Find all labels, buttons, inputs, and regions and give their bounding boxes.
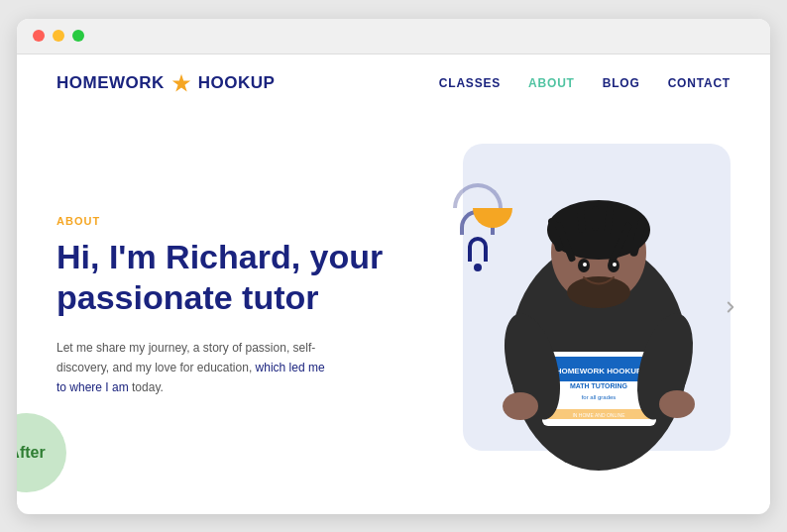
next-arrow-button[interactable] [716, 292, 745, 322]
svg-text:MATH TUTORING: MATH TUTORING [570, 382, 628, 389]
right-content: HOMEWORK HOOKUP MATH TUTORING for all gr… [433, 144, 731, 471]
fullscreen-dot[interactable] [72, 30, 84, 42]
description: Let me share my journey, a story of pass… [56, 338, 334, 398]
navbar: HOMEWORK HOOKUP CLASSES ABOUT BLOG CONTA… [17, 54, 770, 112]
logo-star-icon [170, 72, 192, 94]
nav-classes[interactable]: CLASSES [439, 76, 501, 90]
logo: HOMEWORK HOOKUP [56, 72, 275, 94]
left-content: ABOUT Hi, I'm Richard, your passionate t… [56, 215, 433, 398]
nav-contact[interactable]: CONTACT [668, 76, 731, 90]
headline-line1: Hi, I'm Richard, your [56, 238, 383, 275]
person-image: HOMEWORK HOOKUP MATH TUTORING for all gr… [473, 159, 726, 471]
logo-text-2: HOOKUP [198, 73, 276, 93]
description-link[interactable]: which led me to where I am [56, 361, 325, 394]
minimize-dot[interactable] [53, 30, 64, 42]
logo-text-1: HOMEWORK [56, 73, 165, 93]
svg-point-21 [659, 390, 695, 418]
close-dot[interactable] [33, 30, 45, 42]
after-badge: After [17, 413, 66, 492]
nav-blog[interactable]: BLOG [603, 76, 640, 90]
page-content: HOMEWORK HOOKUP CLASSES ABOUT BLOG CONTA… [17, 54, 770, 514]
headline-line2: passionate tutor [56, 278, 318, 316]
main-section: ABOUT Hi, I'm Richard, your passionate t… [17, 112, 770, 502]
svg-rect-7 [592, 206, 599, 231]
browser-window: HOMEWORK HOOKUP CLASSES ABOUT BLOG CONTA… [17, 19, 770, 514]
signal-arc-inner [468, 237, 488, 262]
svg-point-25 [613, 263, 617, 266]
svg-point-10 [567, 276, 630, 308]
svg-point-24 [583, 263, 587, 266]
headline: Hi, I'm Richard, your passionate tutor [56, 237, 413, 318]
nav-about[interactable]: ABOUT [528, 76, 575, 90]
svg-text:for all grades: for all grades [582, 394, 617, 400]
signal-dot [474, 264, 482, 271]
svg-point-20 [503, 392, 538, 420]
about-label: ABOUT [56, 215, 413, 227]
browser-chrome [17, 19, 770, 54]
signal-arc-outer [453, 183, 503, 208]
nav-links: CLASSES ABOUT BLOG CONTACT [439, 76, 731, 90]
after-badge-label: After [17, 444, 46, 462]
svg-text:HOMEWORK HOOKUP: HOMEWORK HOOKUP [556, 367, 642, 375]
svg-text:IN HOME AND ONLINE: IN HOME AND ONLINE [572, 412, 625, 418]
